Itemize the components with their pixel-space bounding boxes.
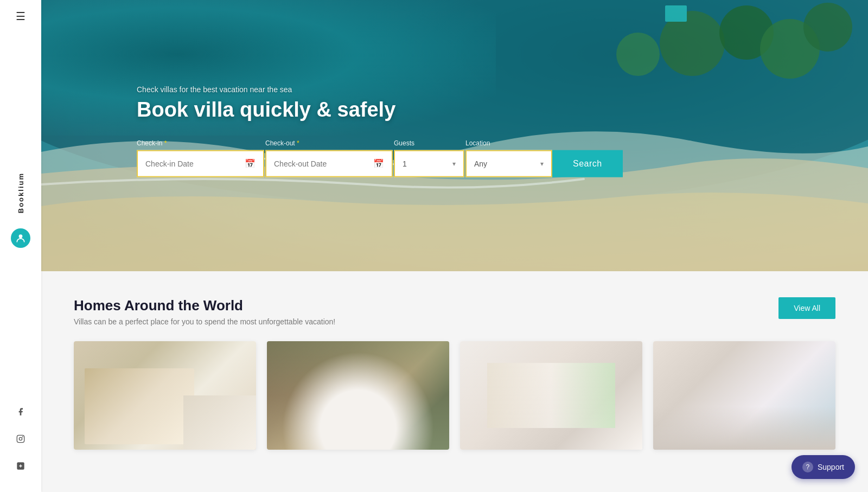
section-header: Homes Around the World Villas can be a p… — [74, 297, 835, 326]
support-button[interactable]: ? Support — [792, 455, 855, 471]
checkin-input[interactable] — [145, 159, 240, 168]
hamburger-icon[interactable]: ☰ — [16, 10, 25, 23]
guests-field[interactable]: 1 2 3 4 5+ ▾ — [394, 150, 464, 177]
property-image-3 — [460, 341, 642, 450]
svg-rect-12 — [665, 5, 687, 22]
guests-dropdown-icon: ▾ — [452, 159, 456, 167]
hero-content: Check villas for the best vacation near … — [137, 85, 623, 177]
section-title: Homes Around the World — [74, 297, 335, 314]
svg-point-11 — [616, 33, 660, 76]
location-select[interactable]: Any Maldives Bali Caribbean — [474, 159, 538, 168]
checkin-calendar-icon: 📅 — [245, 158, 256, 169]
checkin-label: Check-in * — [137, 139, 264, 146]
location-label: Location — [465, 139, 552, 146]
hero-title: Book villa quickly & safely — [137, 98, 623, 122]
checkout-label: Check-out * — [265, 139, 393, 146]
svg-rect-1 — [17, 435, 24, 442]
instagram-icon[interactable] — [13, 431, 28, 446]
svg-point-10 — [803, 3, 852, 52]
section-info: Homes Around the World Villas can be a p… — [74, 297, 335, 326]
location-field[interactable]: Any Maldives Bali Caribbean ▾ — [465, 150, 552, 177]
search-form: Check-in * 📅 Check-out * 📅 Guests — [137, 139, 623, 177]
social-links — [13, 404, 28, 471]
checkout-field[interactable]: 📅 — [265, 150, 393, 177]
support-label: Support — [818, 463, 844, 471]
svg-point-2 — [19, 437, 22, 440]
svg-point-3 — [22, 436, 23, 437]
property-card-2[interactable] — [267, 341, 449, 450]
hero-section: Check villas for the best vacation near … — [41, 0, 868, 271]
location-dropdown-icon: ▾ — [540, 159, 544, 167]
view-all-button[interactable]: View All — [778, 297, 835, 319]
section-description: Villas can be a perfect place for you to… — [74, 317, 335, 326]
hero-subtitle: Check villas for the best vacation near … — [137, 85, 623, 94]
checkout-input[interactable] — [274, 159, 369, 168]
sidebar: ☰ Booklium — [0, 0, 41, 471]
facebook-icon[interactable] — [13, 404, 28, 419]
search-button[interactable]: Search — [552, 150, 623, 177]
checkin-field[interactable]: 📅 — [137, 150, 264, 177]
checkout-calendar-icon: 📅 — [373, 158, 384, 169]
property-cards-grid — [74, 341, 835, 450]
property-card-3[interactable] — [460, 341, 642, 450]
property-card-1[interactable] — [74, 341, 256, 450]
property-card-4[interactable] — [653, 341, 835, 450]
main-content: Homes Around the World Villas can be a p… — [41, 271, 868, 471]
support-icon: ? — [802, 462, 813, 471]
svg-point-0 — [19, 234, 23, 238]
brand-name: Booklium — [17, 172, 25, 213]
property-image-1 — [74, 341, 256, 450]
guests-select[interactable]: 1 2 3 4 5+ — [403, 159, 450, 168]
brand-logo — [11, 228, 30, 248]
property-image-2 — [267, 341, 449, 450]
guests-label: Guests — [394, 139, 464, 146]
social3-icon[interactable] — [13, 458, 28, 471]
property-image-4 — [653, 341, 835, 450]
